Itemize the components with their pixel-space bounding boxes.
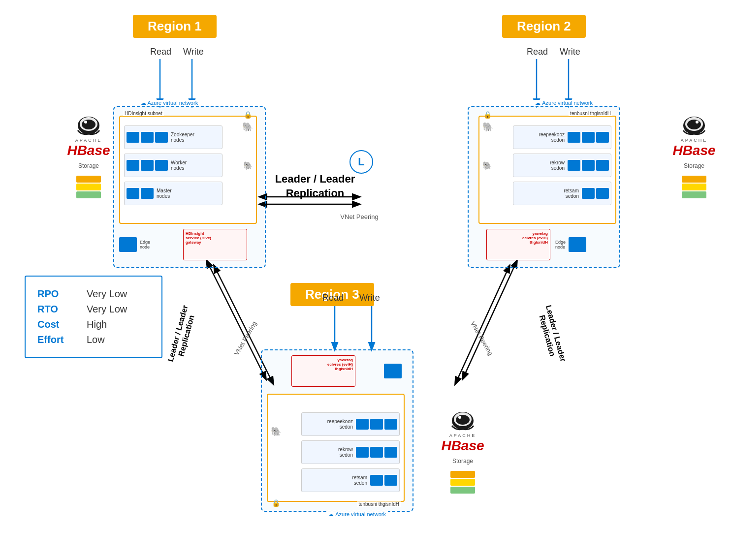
left-replication-label: Leader / LeaderReplication — [162, 285, 202, 384]
region1-badge: Region 1 — [133, 15, 217, 38]
svg-text:VNet Peering: VNet Peering — [340, 213, 378, 220]
vnet-left-label: VNet Peering — [233, 320, 258, 356]
main-container: VNet Peering Region 1 Region 2 Region 3 … — [0, 0, 731, 560]
region1-write-label: Write — [183, 47, 204, 57]
region2-cluster: Azure virtual network ☁ tenbusni thgisnI… — [468, 106, 620, 268]
svg-point-16 — [84, 121, 87, 124]
effort-row: Effort Low — [37, 334, 150, 345]
svg-rect-19 — [76, 191, 101, 198]
svg-rect-24 — [682, 176, 706, 183]
region2-read-label: Read — [527, 47, 548, 57]
svg-line-11 — [455, 266, 509, 384]
svg-point-30 — [458, 416, 461, 419]
svg-rect-26 — [682, 191, 706, 198]
svg-point-23 — [696, 121, 699, 124]
svg-point-15 — [82, 120, 95, 129]
svg-rect-33 — [450, 487, 475, 494]
hbase-logo-left: APACHE HBase Storage — [59, 108, 118, 200]
svg-rect-31 — [450, 471, 475, 478]
svg-rect-25 — [682, 184, 706, 190]
leader-indicator: L — [350, 150, 373, 174]
svg-point-29 — [456, 415, 470, 425]
region1-cluster: ☁ Azure virtual network HDInsight subnet… — [113, 106, 266, 268]
hbase-logo-bottom: APACHE HBase Storage — [433, 404, 492, 496]
svg-line-10 — [463, 261, 517, 379]
info-box: RPO Very Low RTO Very Low Cost High Effo… — [25, 276, 162, 358]
center-replication-label: Leader / Leader Replication — [266, 172, 364, 200]
hbase-logo-right: APACHE HBase Storage — [665, 108, 724, 200]
region3-read-label: Read — [322, 293, 344, 303]
region3-write-label: Write — [359, 293, 380, 303]
vnet-right-label: VNet Peering — [469, 320, 495, 356]
region2-badge: Region 2 — [502, 15, 586, 38]
region2-write-label: Write — [560, 47, 580, 57]
right-replication-label: Leader / LeaderReplication — [532, 285, 571, 384]
svg-rect-32 — [450, 479, 475, 486]
svg-rect-17 — [76, 176, 101, 183]
svg-rect-18 — [76, 184, 101, 190]
svg-line-8 — [207, 261, 266, 379]
region3-cluster: Azure virtual network ☁ tenbusni thgisnI… — [261, 349, 413, 512]
svg-point-22 — [687, 120, 701, 129]
region1-read-label: Read — [150, 47, 171, 57]
cost-row: Cost High — [37, 319, 150, 330]
rto-row: RTO Very Low — [37, 304, 150, 315]
rpo-row: RPO Very Low — [37, 288, 150, 300]
